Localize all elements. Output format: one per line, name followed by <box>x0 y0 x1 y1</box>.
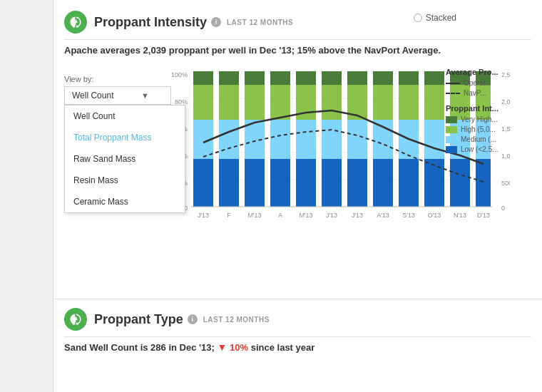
bar-m13b-low <box>296 159 316 207</box>
svg-text:A: A <box>278 212 282 219</box>
bar-a13a-low <box>270 159 290 207</box>
intensity-info-badge[interactable]: i <box>211 17 221 27</box>
bar-j13c-medium <box>347 120 367 159</box>
stacked-radio[interactable] <box>414 14 422 22</box>
view-by-container: View by: Well Count ▼ Well Count Total P… <box>64 75 168 105</box>
bar-s13-high <box>399 85 419 120</box>
legend-operator-item: Operat... <box>446 79 528 87</box>
low-color <box>446 146 457 153</box>
svg-text:S'13: S'13 <box>402 212 415 219</box>
bar-n13-low <box>450 159 470 207</box>
bar-m13a-high <box>245 85 265 120</box>
bar-o13-high <box>424 85 444 120</box>
legend-navport-label: NavP... <box>464 89 486 97</box>
dropdown-menu: Well Count Total Proppant Mass Raw Sand … <box>64 105 185 213</box>
intensity-timeframe: LAST 12 MONTHS <box>227 19 293 26</box>
stacked-label: Stacked <box>426 13 456 23</box>
legend-low-item: Low (<2,5... <box>446 145 528 153</box>
svg-text:J'13: J'13 <box>326 212 337 219</box>
intensity-title: Proppant Intensity <box>94 15 207 30</box>
type-title: Proppant Type <box>94 312 183 327</box>
type-subtitle: Sand Well Count is 286 in Dec '13; ▼ 10%… <box>64 341 531 353</box>
bar-a13a-high <box>270 85 290 120</box>
proppant-intensity-section: Proppant Intensity i LAST 12 MONTHS Apac… <box>53 0 542 299</box>
bar-f13-medium <box>219 120 239 159</box>
svg-text:M'13: M'13 <box>299 212 312 219</box>
svg-text:O'13: O'13 <box>428 212 441 219</box>
bar-f13-veryhigh <box>219 71 239 85</box>
bar-s13-low <box>399 159 419 207</box>
intensity-header: Proppant Intensity i LAST 12 MONTHS <box>64 11 531 33</box>
type-info-badge[interactable]: i <box>188 314 198 324</box>
svg-text:D'13: D'13 <box>477 212 490 219</box>
type-rule <box>64 336 531 337</box>
type-timeframe: LAST 12 MONTHS <box>203 316 270 324</box>
type-icon <box>64 308 87 331</box>
bar-a13a-medium <box>270 120 290 159</box>
content-area: Proppant Intensity i LAST 12 MONTHS Apac… <box>53 0 542 392</box>
bar-o13-veryhigh <box>424 71 444 85</box>
bar-j13-high <box>193 85 213 120</box>
legend-high-item: High (5,0... <box>446 125 528 133</box>
bar-j13b-medium <box>322 120 342 159</box>
dropdown-item-total-proppant[interactable]: Total Proppant Mass <box>65 127 185 148</box>
proppant-type-section: Proppant Type i LAST 12 MONTHS Sand Well… <box>53 299 542 363</box>
bar-a13b-veryhigh <box>373 71 393 85</box>
svg-text:Fracture Date: Fracture Date <box>319 220 364 221</box>
svg-text:J'13: J'13 <box>352 212 363 219</box>
bar-s13-veryhigh <box>399 71 419 85</box>
dropdown-wrapper: Well Count ▼ Well Count Total Proppant M… <box>64 86 168 105</box>
legend-medium-label: Medium (... <box>461 135 496 143</box>
legend-navport-item: NavP... <box>446 89 528 97</box>
svg-text:500: 500 <box>501 180 510 187</box>
operator-line-legend <box>446 83 460 84</box>
dropdown-item-ceramic-mass[interactable]: Ceramic Mass <box>65 191 185 212</box>
bar-j13c-low <box>347 159 367 207</box>
legend-very-high-label: Very High... <box>461 115 498 123</box>
svg-text:100%: 100% <box>171 71 188 78</box>
legend-low-label: Low (<2,5... <box>461 145 498 153</box>
sidebar <box>0 0 53 392</box>
legend-medium-item: Medium (... <box>446 135 528 143</box>
dropdown-arrow: ▼ <box>141 91 149 100</box>
intensity-subtitle: Apache averages 2,039 proppant per well … <box>64 44 531 57</box>
legend-proppant-int-title: Proppant Int... <box>446 104 528 113</box>
type-subtitle-pre: Sand Well Count is 286 in Dec '13; <box>64 342 215 353</box>
bar-a13b-high <box>373 85 393 120</box>
chart-row: View by: Well Count ▼ Well Count Total P… <box>64 64 531 223</box>
type-pct: 10% <box>230 342 248 353</box>
svg-text:N'13: N'13 <box>454 212 466 219</box>
dropdown-item-well-count[interactable]: Well Count <box>65 105 185 127</box>
svg-text:A'13: A'13 <box>377 212 389 219</box>
bar-j13c-veryhigh <box>347 71 367 85</box>
bar-m13b-medium <box>296 120 316 159</box>
bar-m13b-veryhigh <box>296 71 316 85</box>
dropdown-selected-value: Well Count <box>72 91 113 100</box>
legend-operator-label: Operat... <box>464 79 491 87</box>
bar-d13-low <box>476 159 491 207</box>
bar-j13-low <box>193 159 213 207</box>
bar-j13b-high <box>322 85 342 120</box>
medium-color <box>446 136 457 143</box>
high-color <box>446 126 457 133</box>
type-subtitle-post: since last year <box>251 342 315 353</box>
svg-text:0: 0 <box>501 205 505 212</box>
dropdown-select[interactable]: Well Count ▼ <box>64 86 171 105</box>
svg-text:M'13: M'13 <box>247 212 261 219</box>
dropdown-item-raw-sand[interactable]: Raw Sand Mass <box>65 148 185 170</box>
legend-very-high-item: Very High... <box>446 115 528 123</box>
dropdown-item-resin-mass[interactable]: Resin Mass <box>65 170 185 191</box>
type-header: Proppant Type i LAST 12 MONTHS <box>64 308 531 331</box>
very-high-color <box>446 116 457 123</box>
stacked-option[interactable]: Stacked <box>414 13 456 23</box>
legend-avg-pro-title: Average Pro... <box>446 68 528 76</box>
bar-f13-high <box>219 85 239 120</box>
main-container: Proppant Intensity i LAST 12 MONTHS Apac… <box>0 0 542 392</box>
bar-a13a-veryhigh <box>270 71 290 85</box>
view-by-label: View by: <box>64 75 168 83</box>
bar-o13-medium <box>424 120 444 159</box>
intensity-icon <box>64 11 87 33</box>
bar-m13a-low <box>245 159 265 207</box>
bar-j13-veryhigh <box>193 71 213 85</box>
type-arrow: ▼ <box>218 341 227 353</box>
